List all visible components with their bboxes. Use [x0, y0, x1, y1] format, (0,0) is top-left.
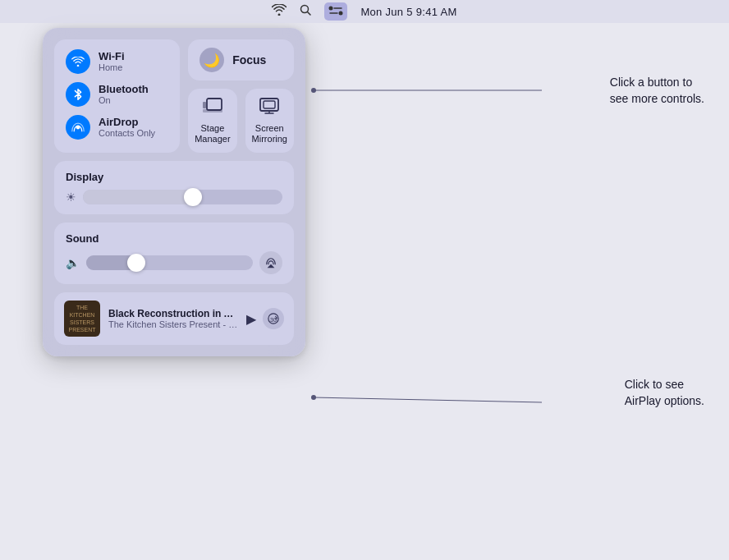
search-menubar-icon[interactable]	[300, 4, 311, 19]
now-playing-section: THE KITCHEN SISTERS PRESENT Black Recons…	[54, 292, 294, 345]
wifi-icon	[66, 49, 90, 74]
album-art-text: THE KITCHEN SISTERS PRESENT	[64, 302, 100, 335]
focus-label: Focus	[232, 53, 266, 67]
bluetooth-sublabel: On	[99, 95, 149, 106]
svg-point-4	[339, 11, 343, 16]
brightness-slider-row: ☀	[66, 190, 282, 204]
play-button[interactable]: ▶	[246, 311, 256, 327]
right-column: 🌙 Focus Stage Manager	[188, 39, 294, 153]
svg-point-19	[311, 395, 316, 400]
stage-manager-button[interactable]: Stage Manager	[188, 89, 236, 153]
now-playing-info: Black Reconstruction in America... The K…	[108, 308, 238, 329]
stage-row: Stage Manager Screen Mirroring	[188, 89, 294, 153]
menubar-time: Mon Jun 5 9:41 AM	[360, 6, 456, 18]
sound-section: Sound 🔈	[54, 223, 294, 284]
airdrop-item[interactable]: AirDrop Contacts Only	[66, 115, 168, 140]
svg-rect-11	[264, 101, 275, 108]
brightness-thumb[interactable]	[184, 188, 202, 206]
bluetooth-label: Bluetooth	[99, 83, 149, 96]
wifi-item[interactable]: Wi-Fi Home	[66, 49, 168, 74]
airdrop-sublabel: Contacts Only	[99, 128, 155, 139]
volume-thumb[interactable]	[127, 254, 145, 272]
brightness-icon: ☀	[66, 190, 76, 204]
sound-title: Sound	[66, 232, 282, 245]
airdrop-icon	[66, 115, 90, 140]
airplay-callout: Click to see AirPlay options.	[625, 376, 704, 410]
now-playing-artist: The Kitchen Sisters Present - March 7, 2…	[108, 319, 238, 329]
svg-point-2	[329, 7, 333, 11]
wifi-label: Wi-Fi	[99, 50, 125, 63]
wifi-sublabel: Home	[99, 62, 125, 73]
brightness-slider[interactable]	[83, 190, 282, 204]
now-playing-controls: ▶ 30	[246, 308, 284, 329]
svg-point-17	[311, 88, 316, 93]
wifi-menubar-icon[interactable]	[272, 4, 287, 19]
top-row: Wi-Fi Home Bluetooth On	[54, 39, 294, 153]
focus-button[interactable]: 🌙 Focus	[188, 39, 294, 80]
screen-mirroring-icon	[259, 97, 280, 120]
airdrop-text: AirDrop Contacts Only	[99, 116, 155, 140]
screen-mirroring-button[interactable]: Screen Mirroring	[245, 89, 294, 153]
svg-rect-7	[207, 99, 222, 110]
screen-mirroring-label: Screen Mirroring	[252, 123, 287, 145]
control-center-menubar-icon[interactable]	[324, 2, 347, 21]
display-section: Display ☀	[54, 161, 294, 214]
bluetooth-icon	[66, 82, 90, 107]
button-callout: Click a button to see more controls.	[610, 74, 704, 108]
svg-line-1	[308, 12, 311, 16]
svg-rect-8	[203, 102, 206, 108]
airdrop-label: AirDrop	[99, 116, 155, 129]
skip-forward-button[interactable]: 30	[263, 308, 284, 329]
stage-manager-label: Stage Manager	[195, 123, 230, 145]
now-playing-title: Black Reconstruction in America...	[108, 308, 238, 319]
album-art: THE KITCHEN SISTERS PRESENT	[64, 301, 100, 337]
airplay-button[interactable]	[259, 251, 282, 274]
bluetooth-text: Bluetooth On	[99, 83, 149, 107]
wifi-text: Wi-Fi Home	[99, 50, 125, 74]
svg-rect-10	[260, 99, 278, 111]
focus-moon-icon: 🌙	[199, 48, 224, 72]
control-center-panel: Wi-Fi Home Bluetooth On	[43, 28, 305, 356]
brightness-fill	[83, 190, 193, 204]
sound-slider-row: 🔈	[66, 251, 282, 274]
airplay-callout-text: Click to see AirPlay options.	[625, 378, 704, 407]
volume-slider[interactable]	[86, 255, 253, 270]
bluetooth-item[interactable]: Bluetooth On	[66, 82, 168, 107]
svg-line-18	[314, 397, 542, 402]
connectivity-block: Wi-Fi Home Bluetooth On	[54, 39, 180, 153]
menubar: Mon Jun 5 9:41 AM	[0, 0, 729, 23]
button-callout-text: Click a button to see more controls.	[610, 76, 704, 105]
volume-icon: 🔈	[66, 256, 80, 269]
stage-manager-icon	[202, 97, 223, 120]
display-title: Display	[66, 171, 282, 183]
svg-rect-9	[203, 109, 222, 112]
